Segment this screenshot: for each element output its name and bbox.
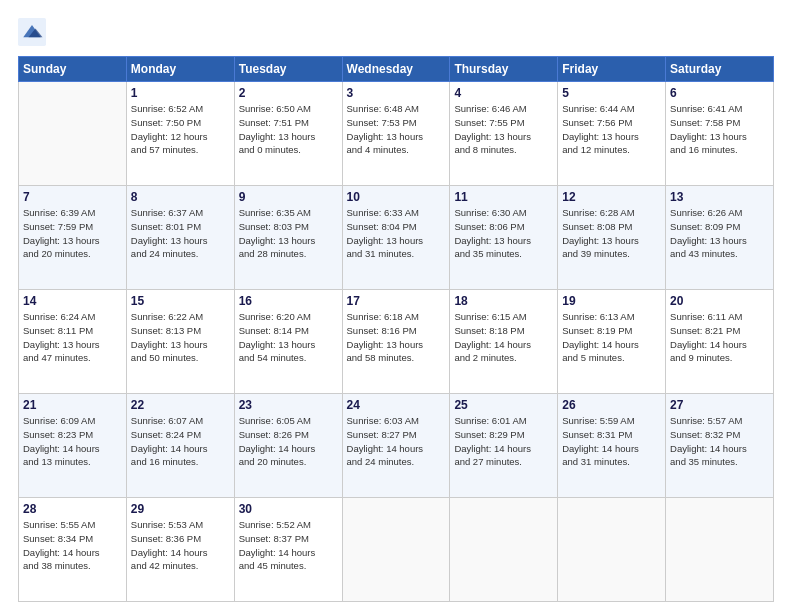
calendar-week-row: 28Sunrise: 5:55 AM Sunset: 8:34 PM Dayli… <box>19 498 774 602</box>
calendar-cell <box>558 498 666 602</box>
calendar-cell: 21Sunrise: 6:09 AM Sunset: 8:23 PM Dayli… <box>19 394 127 498</box>
calendar-cell: 24Sunrise: 6:03 AM Sunset: 8:27 PM Dayli… <box>342 394 450 498</box>
day-info: Sunrise: 6:03 AM Sunset: 8:27 PM Dayligh… <box>347 414 446 469</box>
calendar-cell: 12Sunrise: 6:28 AM Sunset: 8:08 PM Dayli… <box>558 186 666 290</box>
day-info: Sunrise: 6:24 AM Sunset: 8:11 PM Dayligh… <box>23 310 122 365</box>
day-number: 30 <box>239 502 338 516</box>
calendar-cell: 7Sunrise: 6:39 AM Sunset: 7:59 PM Daylig… <box>19 186 127 290</box>
calendar-cell <box>19 82 127 186</box>
day-number: 4 <box>454 86 553 100</box>
day-number: 13 <box>670 190 769 204</box>
day-info: Sunrise: 6:39 AM Sunset: 7:59 PM Dayligh… <box>23 206 122 261</box>
calendar-cell: 18Sunrise: 6:15 AM Sunset: 8:18 PM Dayli… <box>450 290 558 394</box>
day-info: Sunrise: 6:05 AM Sunset: 8:26 PM Dayligh… <box>239 414 338 469</box>
weekday-header-monday: Monday <box>126 57 234 82</box>
day-info: Sunrise: 6:52 AM Sunset: 7:50 PM Dayligh… <box>131 102 230 157</box>
calendar-cell: 26Sunrise: 5:59 AM Sunset: 8:31 PM Dayli… <box>558 394 666 498</box>
day-number: 15 <box>131 294 230 308</box>
day-info: Sunrise: 5:53 AM Sunset: 8:36 PM Dayligh… <box>131 518 230 573</box>
calendar-cell: 16Sunrise: 6:20 AM Sunset: 8:14 PM Dayli… <box>234 290 342 394</box>
day-info: Sunrise: 6:48 AM Sunset: 7:53 PM Dayligh… <box>347 102 446 157</box>
day-info: Sunrise: 6:18 AM Sunset: 8:16 PM Dayligh… <box>347 310 446 365</box>
calendar-cell: 27Sunrise: 5:57 AM Sunset: 8:32 PM Dayli… <box>666 394 774 498</box>
day-number: 6 <box>670 86 769 100</box>
day-number: 20 <box>670 294 769 308</box>
day-number: 2 <box>239 86 338 100</box>
calendar-header: SundayMondayTuesdayWednesdayThursdayFrid… <box>19 57 774 82</box>
calendar-cell: 22Sunrise: 6:07 AM Sunset: 8:24 PM Dayli… <box>126 394 234 498</box>
day-info: Sunrise: 6:20 AM Sunset: 8:14 PM Dayligh… <box>239 310 338 365</box>
day-number: 1 <box>131 86 230 100</box>
calendar-body: 1Sunrise: 6:52 AM Sunset: 7:50 PM Daylig… <box>19 82 774 602</box>
day-info: Sunrise: 6:33 AM Sunset: 8:04 PM Dayligh… <box>347 206 446 261</box>
day-number: 25 <box>454 398 553 412</box>
day-number: 19 <box>562 294 661 308</box>
day-info: Sunrise: 6:28 AM Sunset: 8:08 PM Dayligh… <box>562 206 661 261</box>
day-info: Sunrise: 5:57 AM Sunset: 8:32 PM Dayligh… <box>670 414 769 469</box>
day-info: Sunrise: 6:37 AM Sunset: 8:01 PM Dayligh… <box>131 206 230 261</box>
calendar-cell: 13Sunrise: 6:26 AM Sunset: 8:09 PM Dayli… <box>666 186 774 290</box>
calendar-cell: 29Sunrise: 5:53 AM Sunset: 8:36 PM Dayli… <box>126 498 234 602</box>
calendar-week-row: 1Sunrise: 6:52 AM Sunset: 7:50 PM Daylig… <box>19 82 774 186</box>
day-info: Sunrise: 6:09 AM Sunset: 8:23 PM Dayligh… <box>23 414 122 469</box>
calendar-cell: 25Sunrise: 6:01 AM Sunset: 8:29 PM Dayli… <box>450 394 558 498</box>
day-number: 5 <box>562 86 661 100</box>
calendar-week-row: 7Sunrise: 6:39 AM Sunset: 7:59 PM Daylig… <box>19 186 774 290</box>
calendar-cell <box>666 498 774 602</box>
day-number: 10 <box>347 190 446 204</box>
day-number: 18 <box>454 294 553 308</box>
calendar-cell: 15Sunrise: 6:22 AM Sunset: 8:13 PM Dayli… <box>126 290 234 394</box>
calendar-cell: 9Sunrise: 6:35 AM Sunset: 8:03 PM Daylig… <box>234 186 342 290</box>
weekday-header-wednesday: Wednesday <box>342 57 450 82</box>
day-info: Sunrise: 6:44 AM Sunset: 7:56 PM Dayligh… <box>562 102 661 157</box>
day-number: 28 <box>23 502 122 516</box>
day-info: Sunrise: 6:07 AM Sunset: 8:24 PM Dayligh… <box>131 414 230 469</box>
calendar-cell: 6Sunrise: 6:41 AM Sunset: 7:58 PM Daylig… <box>666 82 774 186</box>
day-number: 12 <box>562 190 661 204</box>
day-info: Sunrise: 5:59 AM Sunset: 8:31 PM Dayligh… <box>562 414 661 469</box>
weekday-header-sunday: Sunday <box>19 57 127 82</box>
calendar-cell: 20Sunrise: 6:11 AM Sunset: 8:21 PM Dayli… <box>666 290 774 394</box>
calendar-cell: 4Sunrise: 6:46 AM Sunset: 7:55 PM Daylig… <box>450 82 558 186</box>
logo-icon <box>18 18 46 46</box>
calendar-cell: 14Sunrise: 6:24 AM Sunset: 8:11 PM Dayli… <box>19 290 127 394</box>
day-info: Sunrise: 6:41 AM Sunset: 7:58 PM Dayligh… <box>670 102 769 157</box>
day-number: 8 <box>131 190 230 204</box>
calendar-table: SundayMondayTuesdayWednesdayThursdayFrid… <box>18 56 774 602</box>
day-info: Sunrise: 6:46 AM Sunset: 7:55 PM Dayligh… <box>454 102 553 157</box>
calendar-cell: 19Sunrise: 6:13 AM Sunset: 8:19 PM Dayli… <box>558 290 666 394</box>
day-number: 21 <box>23 398 122 412</box>
weekday-header-tuesday: Tuesday <box>234 57 342 82</box>
day-number: 22 <box>131 398 230 412</box>
calendar-cell: 30Sunrise: 5:52 AM Sunset: 8:37 PM Dayli… <box>234 498 342 602</box>
day-number: 24 <box>347 398 446 412</box>
calendar-cell: 17Sunrise: 6:18 AM Sunset: 8:16 PM Dayli… <box>342 290 450 394</box>
day-number: 29 <box>131 502 230 516</box>
day-info: Sunrise: 6:01 AM Sunset: 8:29 PM Dayligh… <box>454 414 553 469</box>
day-number: 11 <box>454 190 553 204</box>
day-info: Sunrise: 6:26 AM Sunset: 8:09 PM Dayligh… <box>670 206 769 261</box>
day-info: Sunrise: 5:52 AM Sunset: 8:37 PM Dayligh… <box>239 518 338 573</box>
logo <box>18 18 50 46</box>
day-info: Sunrise: 6:11 AM Sunset: 8:21 PM Dayligh… <box>670 310 769 365</box>
page: SundayMondayTuesdayWednesdayThursdayFrid… <box>0 0 792 612</box>
calendar-cell: 28Sunrise: 5:55 AM Sunset: 8:34 PM Dayli… <box>19 498 127 602</box>
day-number: 17 <box>347 294 446 308</box>
day-number: 23 <box>239 398 338 412</box>
day-number: 3 <box>347 86 446 100</box>
day-info: Sunrise: 6:22 AM Sunset: 8:13 PM Dayligh… <box>131 310 230 365</box>
calendar-cell: 23Sunrise: 6:05 AM Sunset: 8:26 PM Dayli… <box>234 394 342 498</box>
weekday-header-thursday: Thursday <box>450 57 558 82</box>
day-info: Sunrise: 5:55 AM Sunset: 8:34 PM Dayligh… <box>23 518 122 573</box>
calendar-cell: 1Sunrise: 6:52 AM Sunset: 7:50 PM Daylig… <box>126 82 234 186</box>
day-number: 16 <box>239 294 338 308</box>
day-info: Sunrise: 6:35 AM Sunset: 8:03 PM Dayligh… <box>239 206 338 261</box>
calendar-cell: 3Sunrise: 6:48 AM Sunset: 7:53 PM Daylig… <box>342 82 450 186</box>
day-info: Sunrise: 6:50 AM Sunset: 7:51 PM Dayligh… <box>239 102 338 157</box>
calendar-cell: 5Sunrise: 6:44 AM Sunset: 7:56 PM Daylig… <box>558 82 666 186</box>
calendar-cell: 2Sunrise: 6:50 AM Sunset: 7:51 PM Daylig… <box>234 82 342 186</box>
weekday-header-friday: Friday <box>558 57 666 82</box>
day-number: 7 <box>23 190 122 204</box>
day-number: 9 <box>239 190 338 204</box>
weekday-header-saturday: Saturday <box>666 57 774 82</box>
